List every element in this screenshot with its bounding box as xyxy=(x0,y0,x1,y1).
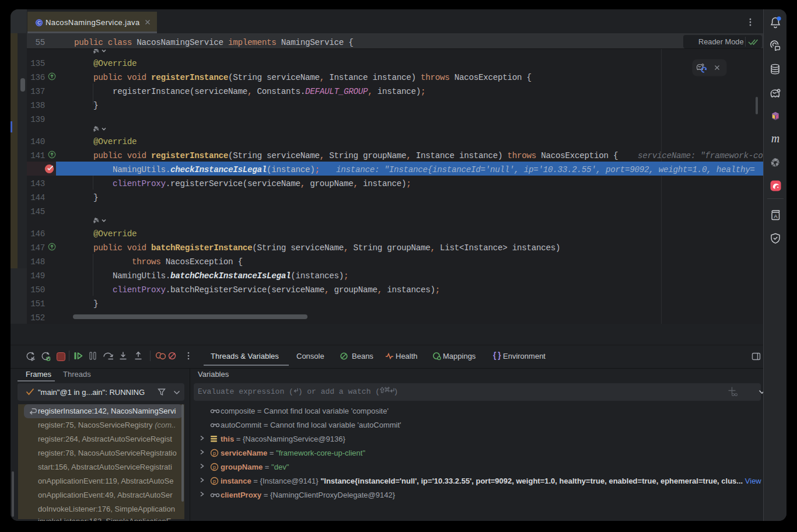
svg-text:p: p xyxy=(213,478,216,484)
svg-text:A: A xyxy=(774,213,778,219)
svg-text:p: p xyxy=(213,464,216,470)
svg-text:C: C xyxy=(37,20,41,26)
svg-text:p: p xyxy=(213,450,216,456)
